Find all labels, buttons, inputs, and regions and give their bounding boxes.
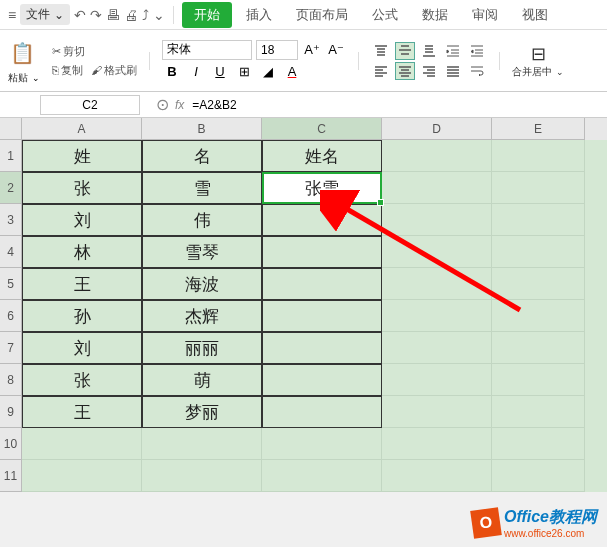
chevron-down-icon[interactable]: ⌄ — [32, 73, 40, 83]
cell-D3[interactable] — [382, 204, 492, 236]
cell-B4[interactable]: 雪琴 — [142, 236, 262, 268]
select-all-corner[interactable] — [0, 118, 22, 140]
cell-C5[interactable] — [262, 268, 382, 300]
cell-C1[interactable]: 姓名 — [262, 140, 382, 172]
print-preview-icon[interactable]: 🖨 — [124, 7, 138, 23]
cell-C9[interactable] — [262, 396, 382, 428]
cell-E6[interactable] — [492, 300, 585, 332]
copy-button[interactable]: ⎘ 复制 — [48, 62, 87, 79]
cell-C7[interactable] — [262, 332, 382, 364]
row-header-4[interactable]: 4 — [0, 236, 22, 268]
name-box[interactable] — [40, 95, 140, 115]
cell-B11[interactable] — [142, 460, 262, 492]
font-color-button[interactable]: A — [282, 62, 302, 82]
tab-review[interactable]: 审阅 — [462, 2, 508, 28]
print-icon[interactable]: 🖶 — [106, 7, 120, 23]
fill-color-button[interactable]: ◢ — [258, 62, 278, 82]
cell-B6[interactable]: 杰辉 — [142, 300, 262, 332]
cell-D1[interactable] — [382, 140, 492, 172]
tab-formula[interactable]: 公式 — [362, 2, 408, 28]
cell-D9[interactable] — [382, 396, 492, 428]
italic-button[interactable]: I — [186, 62, 206, 82]
cell-D2[interactable] — [382, 172, 492, 204]
cell-E4[interactable] — [492, 236, 585, 268]
cell-D4[interactable] — [382, 236, 492, 268]
decrease-font-icon[interactable]: A⁻ — [326, 40, 346, 60]
font-size-select[interactable] — [256, 40, 298, 60]
underline-button[interactable]: U — [210, 62, 230, 82]
cell-A6[interactable]: 孙 — [22, 300, 142, 332]
tab-insert[interactable]: 插入 — [236, 2, 282, 28]
col-header-E[interactable]: E — [492, 118, 585, 140]
row-header-10[interactable]: 10 — [0, 428, 22, 460]
col-header-D[interactable]: D — [382, 118, 492, 140]
cell-B8[interactable]: 萌 — [142, 364, 262, 396]
bold-button[interactable]: B — [162, 62, 182, 82]
cell-E5[interactable] — [492, 268, 585, 300]
cell-C4[interactable] — [262, 236, 382, 268]
undo-icon[interactable]: ↷ — [90, 7, 102, 23]
fx-icon[interactable]: fx — [175, 98, 184, 112]
cell-A8[interactable]: 张 — [22, 364, 142, 396]
cell-D6[interactable] — [382, 300, 492, 332]
cell-A3[interactable]: 刘 — [22, 204, 142, 236]
cell-C10[interactable] — [262, 428, 382, 460]
redo-icon[interactable]: ⤴ — [142, 7, 149, 23]
row-header-1[interactable]: 1 — [0, 140, 22, 172]
cell-D5[interactable] — [382, 268, 492, 300]
save-icon[interactable]: ↶ — [74, 7, 86, 23]
border-button[interactable]: ⊞ — [234, 62, 254, 82]
cell-D7[interactable] — [382, 332, 492, 364]
cell-E7[interactable] — [492, 332, 585, 364]
cell-B9[interactable]: 梦丽 — [142, 396, 262, 428]
col-header-A[interactable]: A — [22, 118, 142, 140]
cell-E1[interactable] — [492, 140, 585, 172]
align-bottom-icon[interactable] — [419, 42, 439, 60]
cell-B2[interactable]: 雪 — [142, 172, 262, 204]
cell-A9[interactable]: 王 — [22, 396, 142, 428]
cell-B7[interactable]: 丽丽 — [142, 332, 262, 364]
app-menu-icon[interactable]: ≡ — [8, 7, 16, 23]
cell-A5[interactable]: 王 — [22, 268, 142, 300]
tab-start[interactable]: 开始 — [182, 2, 232, 28]
cell-D8[interactable] — [382, 364, 492, 396]
cell-C6[interactable] — [262, 300, 382, 332]
col-header-B[interactable]: B — [142, 118, 262, 140]
cell-E10[interactable] — [492, 428, 585, 460]
cell-E11[interactable] — [492, 460, 585, 492]
align-middle-icon[interactable] — [395, 42, 415, 60]
cell-E2[interactable] — [492, 172, 585, 204]
cell-D10[interactable] — [382, 428, 492, 460]
formula-input[interactable] — [190, 96, 599, 114]
cell-A2[interactable]: 张 — [22, 172, 142, 204]
cell-E8[interactable] — [492, 364, 585, 396]
fill-handle[interactable] — [377, 199, 384, 206]
row-header-3[interactable]: 3 — [0, 204, 22, 236]
cell-B1[interactable]: 名 — [142, 140, 262, 172]
cell-E9[interactable] — [492, 396, 585, 428]
align-left-icon[interactable] — [371, 62, 391, 80]
decrease-indent-icon[interactable] — [467, 42, 487, 60]
wrap-text-icon[interactable] — [467, 62, 487, 80]
row-header-11[interactable]: 11 — [0, 460, 22, 492]
row-header-2[interactable]: 2 — [0, 172, 22, 204]
cell-A10[interactable] — [22, 428, 142, 460]
row-header-5[interactable]: 5 — [0, 268, 22, 300]
row-header-7[interactable]: 7 — [0, 332, 22, 364]
increase-indent-icon[interactable] — [443, 42, 463, 60]
tab-layout[interactable]: 页面布局 — [286, 2, 358, 28]
col-header-C[interactable]: C — [262, 118, 382, 140]
paste-button[interactable]: 📋 — [8, 37, 36, 69]
cell-A7[interactable]: 刘 — [22, 332, 142, 364]
cell-A1[interactable]: 姓 — [22, 140, 142, 172]
cut-button[interactable]: ✂ 剪切 — [48, 43, 137, 60]
align-right-icon[interactable] — [419, 62, 439, 80]
tab-data[interactable]: 数据 — [412, 2, 458, 28]
increase-font-icon[interactable]: A⁺ — [302, 40, 322, 60]
cell-B5[interactable]: 海波 — [142, 268, 262, 300]
cell-E3[interactable] — [492, 204, 585, 236]
align-top-icon[interactable] — [371, 42, 391, 60]
dropdown-icon[interactable]: ⌄ — [153, 7, 165, 23]
cell-C11[interactable] — [262, 460, 382, 492]
justify-icon[interactable] — [443, 62, 463, 80]
